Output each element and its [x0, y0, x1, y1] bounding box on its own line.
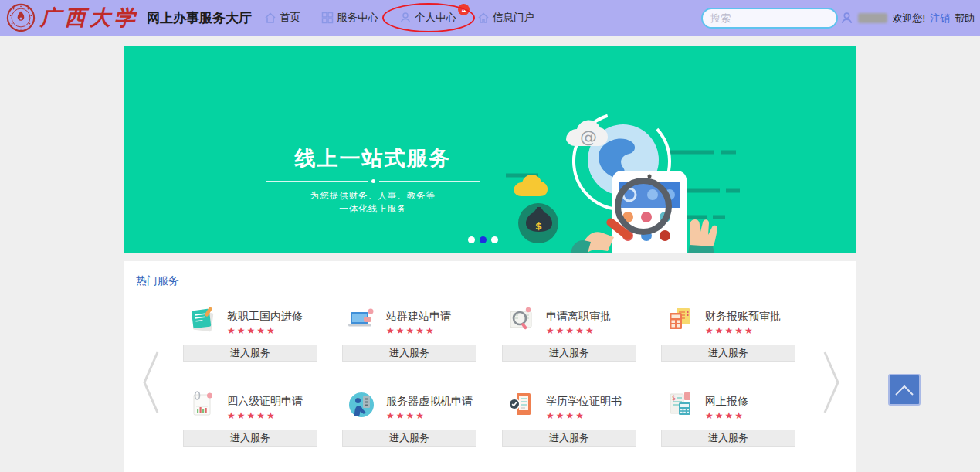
help-link[interactable]: 帮助 — [955, 12, 975, 25]
service-rating: ★★★★ — [386, 410, 473, 421]
service-rating: ★★★★★ — [227, 325, 303, 336]
diploma-check-icon — [507, 390, 536, 419]
nav-item-home[interactable]: 首页 — [264, 11, 300, 25]
person-icon — [399, 12, 412, 24]
enter-service-button[interactable]: 进入服务 — [502, 345, 636, 362]
server-worker-icon — [347, 390, 376, 419]
service-rating: ★★★★ — [546, 410, 622, 421]
certificate-chart-icon — [188, 390, 217, 419]
nav-label: 服务中心 — [337, 11, 378, 25]
service-card: $ 网上报修 ★★★★ 进入服务 — [661, 390, 800, 472]
laptop-icon — [347, 305, 376, 334]
service-name[interactable]: 教职工国内进修 — [227, 310, 303, 324]
hero-carousel-banner: 线上一站式服务 为您提供财务、人事、教务等 一体化线上服务 @ $ — [124, 46, 856, 253]
search-input[interactable] — [710, 12, 846, 24]
banner-text-block: 线上一站式服务 为您提供财务、人事、教务等 一体化线上服务 — [261, 144, 485, 216]
university-name-calligraphy: 广西大学 — [40, 4, 139, 32]
service-name[interactable]: 站群建站申请 — [386, 310, 451, 324]
carousel-next-arrow[interactable] — [822, 350, 842, 418]
service-name[interactable]: 服务器虚拟机申请 — [386, 395, 473, 409]
receipt-calculator-icon: $ — [666, 390, 695, 419]
enter-service-button[interactable]: 进入服务 — [661, 345, 795, 362]
notification-badge: 4 — [458, 4, 470, 15]
nav-label: 首页 — [280, 11, 300, 25]
redacted-username — [858, 13, 887, 23]
calculator-notes-icon — [666, 305, 695, 334]
banner-subline-1: 为您提供财务、人事、教务等 — [261, 189, 485, 202]
carousel-dot-1[interactable] — [468, 236, 475, 243]
top-header-bar: 广西大学 网上办事服务大厅 首页 服务中心 — [0, 0, 980, 36]
logout-link[interactable]: 注销 — [930, 12, 950, 25]
banner-headline: 线上一站式服务 — [261, 144, 485, 172]
banner-illustration: @ $ — [506, 100, 815, 253]
enter-service-button[interactable]: 进入服务 — [502, 430, 636, 447]
note-pencil-icon — [188, 305, 217, 334]
carousel-dots — [468, 236, 498, 243]
main-nav: 首页 服务中心 个人中心 4 — [264, 11, 534, 25]
portal-title: 网上办事服务大厅 — [147, 9, 252, 27]
enter-service-button[interactable]: 进入服务 — [183, 430, 317, 447]
portal-home-icon — [477, 12, 490, 24]
service-name[interactable]: 网上报修 — [705, 395, 748, 409]
service-card: 服务器虚拟机申请 ★★★★ 进入服务 — [342, 390, 481, 472]
nav-item-service-center[interactable]: 服务中心 — [321, 11, 378, 25]
service-rating: ★★★★★ — [386, 325, 451, 336]
enter-service-button[interactable]: 进入服务 — [183, 345, 317, 362]
chevron-right-icon — [822, 350, 842, 415]
service-name[interactable]: 财务报账预审批 — [705, 310, 781, 324]
nav-label: 个人中心 — [415, 11, 456, 25]
nav-item-info-portal[interactable]: 信息门户 — [477, 11, 534, 25]
user-icon — [840, 12, 853, 25]
enter-service-button[interactable]: 进入服务 — [342, 345, 476, 362]
svg-text:$: $ — [672, 395, 676, 402]
banner-divider — [266, 179, 480, 183]
banner-subline-2: 一体化线上服务 — [261, 202, 485, 216]
service-name[interactable]: 学历学位证明书 — [546, 395, 622, 409]
home-icon — [264, 12, 276, 24]
enter-service-button[interactable]: 进入服务 — [661, 430, 795, 447]
service-rating: ★★★★ — [705, 410, 748, 421]
grid-icon — [321, 12, 334, 24]
nav-label: 信息门户 — [493, 11, 534, 25]
nav-item-personal-center[interactable]: 个人中心 4 — [399, 11, 456, 25]
carousel-dot-2-active[interactable] — [480, 236, 487, 243]
university-seal-logo — [6, 3, 36, 32]
service-card: 四六级证明申请 ★★★★★ 进入服务 — [183, 390, 322, 472]
svg-text:$: $ — [535, 220, 542, 232]
service-card: 学历学位证明书 ★★★★ 进入服务 — [502, 390, 641, 472]
chevron-left-icon — [141, 350, 161, 415]
service-rating: ★★★★★ — [546, 325, 611, 336]
welcome-text: 欢迎您! — [892, 12, 925, 25]
chevron-up-icon — [893, 383, 916, 397]
svg-text:@: @ — [580, 127, 597, 147]
back-to-top-button[interactable] — [888, 374, 921, 406]
enter-service-button[interactable]: 进入服务 — [342, 430, 476, 447]
service-name[interactable]: 四六级证明申请 — [227, 395, 303, 409]
service-rating: ★★★★★ — [705, 325, 781, 336]
service-name[interactable]: 申请离职审批 — [546, 310, 611, 324]
carousel-dot-3[interactable] — [491, 236, 498, 243]
carousel-prev-arrow[interactable] — [141, 350, 161, 418]
service-rating: ★★★★★ — [227, 410, 303, 421]
hot-services-title: 热门服务 — [136, 274, 179, 288]
user-area: 欢迎您! 注销 帮助 — [840, 0, 975, 36]
search-box — [701, 8, 838, 29]
hot-services-panel: 热门服务 教职工国内进修 ★★★★★ 进入服务 — [124, 261, 856, 472]
book-magnifier-icon — [507, 305, 536, 334]
